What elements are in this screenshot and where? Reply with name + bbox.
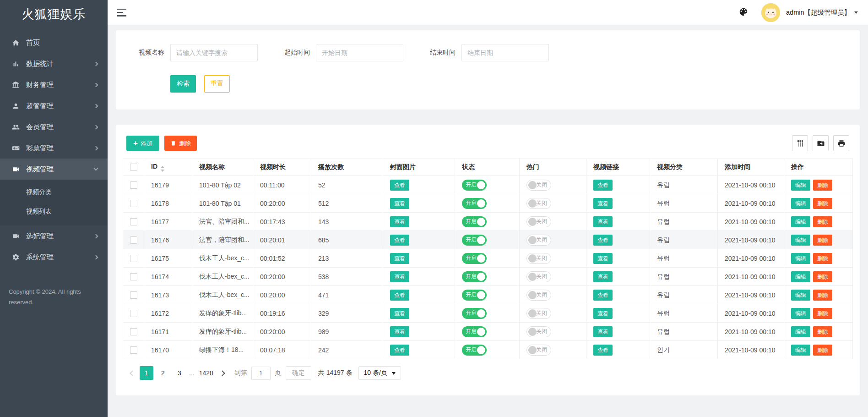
view-cover-button[interactable]: 查看 [390, 345, 409, 356]
row-checkbox[interactable] [130, 346, 137, 354]
filter-columns-button[interactable] [792, 135, 808, 151]
view-cover-button[interactable]: 查看 [390, 308, 409, 319]
avatar[interactable] [761, 3, 780, 22]
hot-toggle[interactable]: 关闭 [526, 198, 551, 209]
add-button[interactable]: + 添加 [126, 136, 159, 151]
delete-button[interactable]: 删除 [813, 326, 832, 337]
select-all-checkbox[interactable] [130, 164, 137, 171]
view-cover-button[interactable]: 查看 [390, 180, 409, 191]
page-number-3[interactable]: 3 [173, 366, 186, 380]
delete-button[interactable]: 删除 [813, 271, 832, 282]
row-checkbox[interactable] [130, 181, 137, 189]
export-button[interactable] [813, 135, 829, 151]
sidebar-item-video[interactable]: 视频管理 [0, 159, 108, 180]
page-number-1420[interactable]: 1420 [197, 366, 215, 380]
hot-toggle[interactable]: 关闭 [526, 235, 551, 246]
status-toggle[interactable]: 开启 [462, 216, 487, 227]
status-toggle[interactable]: 开启 [462, 326, 487, 337]
sort-icon[interactable] [161, 166, 164, 172]
edit-button[interactable]: 编辑 [791, 308, 810, 319]
view-link-button[interactable]: 查看 [593, 308, 613, 319]
print-button[interactable] [833, 135, 849, 151]
edit-button[interactable]: 编辑 [791, 198, 810, 209]
goto-confirm-button[interactable]: 确定 [286, 366, 311, 380]
view-link-button[interactable]: 查看 [593, 326, 613, 337]
status-toggle[interactable]: 开启 [462, 235, 487, 246]
view-link-button[interactable]: 查看 [593, 345, 613, 356]
sidebar-item-chart[interactable]: 数据统计 [0, 53, 108, 74]
row-checkbox[interactable] [130, 291, 137, 299]
delete-button[interactable]: 删除 [813, 235, 832, 246]
edit-button[interactable]: 编辑 [791, 271, 810, 282]
page-number-2[interactable]: 2 [156, 366, 170, 380]
edit-button[interactable]: 编辑 [791, 290, 810, 301]
view-link-button[interactable]: 查看 [593, 235, 613, 246]
view-link-button[interactable]: 查看 [593, 180, 613, 191]
view-cover-button[interactable]: 查看 [390, 290, 409, 301]
account-dropdown-caret-icon[interactable] [854, 11, 858, 16]
view-link-button[interactable]: 查看 [593, 216, 613, 227]
hot-toggle[interactable]: 关闭 [526, 290, 551, 301]
row-checkbox[interactable] [130, 255, 137, 262]
view-link-button[interactable]: 查看 [593, 271, 613, 282]
menu-toggle-icon[interactable] [117, 9, 127, 16]
delete-button[interactable]: 删除 [813, 308, 832, 319]
status-toggle[interactable]: 开启 [462, 345, 487, 356]
hot-toggle[interactable]: 关闭 [526, 216, 551, 227]
search-button[interactable]: 检索 [170, 75, 196, 93]
page-number-1[interactable]: 1 [140, 366, 153, 380]
status-toggle[interactable]: 开启 [462, 180, 487, 191]
theme-palette-icon[interactable] [738, 7, 749, 18]
sidebar-item-users[interactable]: 会员管理 [0, 116, 108, 137]
delete-button[interactable]: 删除 [813, 345, 832, 356]
reset-button[interactable]: 重置 [204, 75, 230, 93]
sidebar-item-gear[interactable]: 系统管理 [0, 247, 108, 268]
edit-button[interactable]: 编辑 [791, 235, 810, 246]
video-name-input[interactable] [170, 44, 258, 61]
row-checkbox[interactable] [130, 310, 137, 317]
sidebar-subitem[interactable]: 视频分类 [0, 182, 108, 202]
status-toggle[interactable]: 开启 [462, 198, 487, 209]
delete-button[interactable]: 删除 [813, 180, 832, 191]
sidebar-item-camera[interactable]: 选妃管理 [0, 225, 108, 247]
hot-toggle[interactable]: 关闭 [526, 345, 551, 356]
view-link-button[interactable]: 查看 [593, 290, 613, 301]
edit-button[interactable]: 编辑 [791, 216, 810, 227]
sidebar-item-home[interactable]: 首页 [0, 32, 108, 53]
hot-toggle[interactable]: 关闭 [526, 326, 551, 337]
view-cover-button[interactable]: 查看 [390, 271, 409, 282]
row-checkbox[interactable] [130, 200, 137, 207]
view-cover-button[interactable]: 查看 [390, 198, 409, 209]
delete-button[interactable]: 删除 [813, 290, 832, 301]
edit-button[interactable]: 编辑 [791, 326, 810, 337]
view-cover-button[interactable]: 查看 [390, 326, 409, 337]
edit-button[interactable]: 编辑 [791, 253, 810, 264]
hot-toggle[interactable]: 关闭 [526, 271, 551, 282]
status-toggle[interactable]: 开启 [462, 271, 487, 282]
row-checkbox[interactable] [130, 273, 137, 280]
batch-delete-button[interactable]: 删除 [164, 136, 197, 151]
row-checkbox[interactable] [130, 236, 137, 244]
page-size-select[interactable]: 10 条/页 [358, 366, 401, 380]
status-toggle[interactable]: 开启 [462, 308, 487, 319]
row-checkbox[interactable] [130, 218, 137, 225]
view-cover-button[interactable]: 查看 [390, 216, 409, 227]
prev-page-icon[interactable] [130, 370, 136, 376]
start-date-input[interactable] [316, 44, 403, 61]
delete-button[interactable]: 删除 [813, 198, 832, 209]
edit-button[interactable]: 编辑 [791, 345, 810, 356]
next-page-icon[interactable] [219, 370, 225, 376]
sidebar-item-bank[interactable]: 财务管理 [0, 74, 108, 95]
status-toggle[interactable]: 开启 [462, 290, 487, 301]
hot-toggle[interactable]: 关闭 [526, 253, 551, 264]
goto-page-input[interactable] [251, 367, 271, 380]
delete-button[interactable]: 删除 [813, 253, 832, 264]
view-link-button[interactable]: 查看 [593, 253, 613, 264]
delete-button[interactable]: 删除 [813, 216, 832, 227]
row-checkbox[interactable] [130, 328, 137, 335]
view-cover-button[interactable]: 查看 [390, 235, 409, 246]
hot-toggle[interactable]: 关闭 [526, 180, 551, 191]
edit-button[interactable]: 编辑 [791, 180, 810, 191]
end-date-input[interactable] [461, 44, 549, 61]
admin-account-label[interactable]: admin【超级管理员】 [786, 8, 851, 17]
